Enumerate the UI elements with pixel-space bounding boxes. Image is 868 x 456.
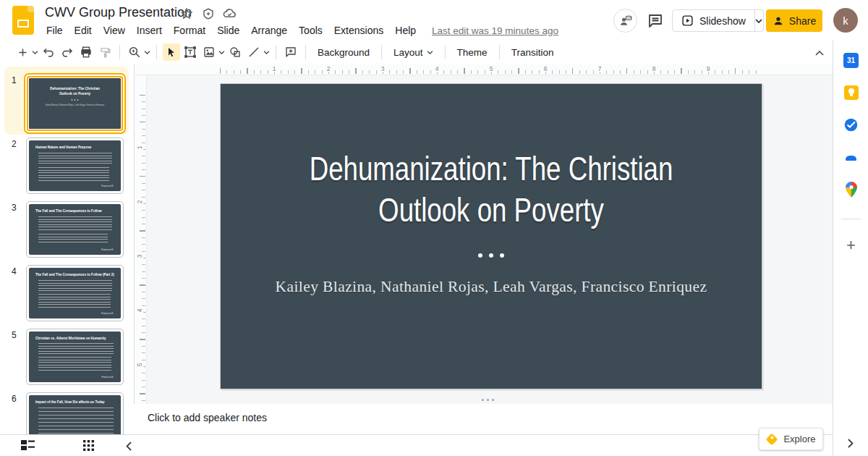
menu-help[interactable]: Help xyxy=(389,23,422,38)
document-title[interactable]: CWV Group Presentation xyxy=(45,5,192,20)
menu-view[interactable]: View xyxy=(98,23,131,38)
ruler-number: 2 xyxy=(136,199,143,206)
last-edit-link[interactable]: Last edit was 19 minutes ago xyxy=(432,25,558,36)
ruler-number: 7 xyxy=(596,65,604,72)
google-maps-icon[interactable] xyxy=(843,181,859,198)
image-dropdown[interactable] xyxy=(217,51,226,54)
ruler-number: 1 xyxy=(271,65,278,72)
slide-number: 5 xyxy=(12,330,17,340)
play-icon xyxy=(681,14,694,27)
show-side-panel-button[interactable] xyxy=(843,436,858,450)
star-icon[interactable] xyxy=(179,7,193,20)
ruler-number: 3 xyxy=(136,253,143,260)
share-person-icon xyxy=(773,15,784,27)
ruler-number: 1 xyxy=(136,145,143,151)
bottom-bar xyxy=(0,434,833,456)
present-to-meeting-button[interactable] xyxy=(613,9,637,33)
menu-tools[interactable]: Tools xyxy=(293,23,328,38)
slide-title-line1: Dehumanization: The Christian xyxy=(280,148,702,189)
insert-image-button[interactable] xyxy=(200,43,218,61)
google-calendar-icon[interactable]: 31 xyxy=(843,52,859,69)
ruler-number: 4 xyxy=(136,308,143,314)
layout-button[interactable]: Layout xyxy=(387,45,440,60)
share-label: Share xyxy=(789,15,816,27)
menu-file[interactable]: File xyxy=(41,23,69,38)
ruler-number: 2 xyxy=(325,65,333,72)
new-slide-dropdown[interactable] xyxy=(30,51,39,54)
transition-button[interactable]: Transition xyxy=(505,45,561,60)
undo-icon xyxy=(42,46,55,59)
menu-extensions[interactable]: Extensions xyxy=(328,23,389,38)
slide-number: 1 xyxy=(12,75,17,85)
speaker-notes-panel[interactable]: Click to add speaker notes xyxy=(135,404,833,434)
menu-edit[interactable]: Edit xyxy=(69,23,98,38)
slideshow-dropdown[interactable] xyxy=(754,10,763,31)
paint-roller-icon xyxy=(99,46,111,59)
menu-insert[interactable]: Insert xyxy=(131,23,168,38)
zoom-button[interactable] xyxy=(126,43,143,61)
slide-thumbnail-2[interactable]: Human Nature and Human Purpose Francisco… xyxy=(26,138,124,194)
cloud-saved-icon[interactable] xyxy=(223,7,237,20)
insert-comment-button[interactable] xyxy=(282,43,299,61)
theme-button[interactable]: Theme xyxy=(451,45,494,60)
get-addons-icon[interactable]: + xyxy=(843,237,859,253)
cursor-icon xyxy=(166,46,177,58)
text-box-button[interactable] xyxy=(182,43,199,61)
insert-shape-button[interactable] xyxy=(226,43,244,61)
insert-line-button[interactable] xyxy=(245,43,263,61)
app-header: CWV Group Presentation File Edit View In… xyxy=(0,0,868,41)
slide-canvas[interactable]: Dehumanization: The Christian Outlook on… xyxy=(220,83,762,389)
side-panel-divider xyxy=(841,219,861,219)
slideshow-label: Slideshow xyxy=(699,15,746,27)
slide-thumbnail-5[interactable]: Christian vs. Atheist Worldview on Human… xyxy=(26,329,124,385)
menu-arrange[interactable]: Arrange xyxy=(245,23,293,38)
redo-button[interactable] xyxy=(59,43,76,61)
paint-format-button[interactable] xyxy=(96,43,114,61)
toolbar: Background Layout Theme Transition xyxy=(0,41,868,64)
horizontal-ruler: 123456789 xyxy=(135,64,833,75)
filmstrip-view-button[interactable] xyxy=(21,439,35,454)
text-box-icon xyxy=(184,46,197,59)
notes-resize-handle[interactable] xyxy=(482,399,494,401)
google-slides-logo-icon[interactable] xyxy=(12,6,34,35)
share-button[interactable]: Share xyxy=(766,9,822,32)
ruler-number: 9 xyxy=(705,65,712,72)
slide-thumbnail-1[interactable]: Dehumanization: The Christian Outlook on… xyxy=(24,73,126,134)
slide-subtitle-textbox[interactable]: Kailey Blazina, Nathaniel Rojas, Leah Va… xyxy=(221,278,762,296)
chevron-down-icon xyxy=(144,51,150,54)
line-dropdown[interactable] xyxy=(262,51,271,54)
chevron-left-icon xyxy=(126,442,132,451)
slide-thumbnail-3[interactable]: The Fall and The Consequences to Follow … xyxy=(26,201,124,258)
menu-format[interactable]: Format xyxy=(168,23,211,38)
ruler-number: 5 xyxy=(136,362,143,368)
menu-slide[interactable]: Slide xyxy=(211,23,245,38)
slide-number: 3 xyxy=(12,203,17,213)
slide-thumbnail-6[interactable]: Impact of the Fall, How Sin affects us T… xyxy=(26,392,124,434)
collapse-toolbar-button[interactable] xyxy=(812,45,827,61)
undo-button[interactable] xyxy=(40,43,57,61)
zoom-dropdown[interactable] xyxy=(142,51,151,54)
speaker-notes-placeholder[interactable]: Click to add speaker notes xyxy=(148,412,267,423)
slide-ellipsis-decoration xyxy=(221,253,762,258)
horizontal-ruler-numbers: 123456789 xyxy=(220,64,762,75)
person-chat-icon xyxy=(618,14,633,28)
google-keep-icon[interactable] xyxy=(843,84,859,101)
slide-title-textbox[interactable]: Dehumanization: The Christian Outlook on… xyxy=(221,148,762,230)
new-slide-button[interactable] xyxy=(14,43,31,61)
badge-plus-icon[interactable] xyxy=(201,7,215,20)
select-tool-button[interactable] xyxy=(163,43,180,61)
print-button[interactable] xyxy=(77,43,95,61)
slideshow-button[interactable]: Slideshow xyxy=(672,9,764,32)
chevron-down-icon xyxy=(263,51,270,54)
account-avatar[interactable]: k xyxy=(833,8,858,33)
chevron-down-icon xyxy=(427,51,433,54)
slide-thumbnail-4[interactable]: The Fall and The Consequences to Follow … xyxy=(26,265,124,321)
explore-button[interactable]: ✦ Explore xyxy=(759,428,823,450)
collapse-filmstrip-button[interactable] xyxy=(122,439,136,453)
google-tasks-icon[interactable] xyxy=(843,117,859,133)
comment-history-button[interactable] xyxy=(647,12,664,30)
layout-label: Layout xyxy=(393,47,423,58)
grid-view-button[interactable] xyxy=(83,440,94,454)
google-contacts-icon[interactable] xyxy=(843,149,859,166)
background-button[interactable]: Background xyxy=(311,45,376,60)
